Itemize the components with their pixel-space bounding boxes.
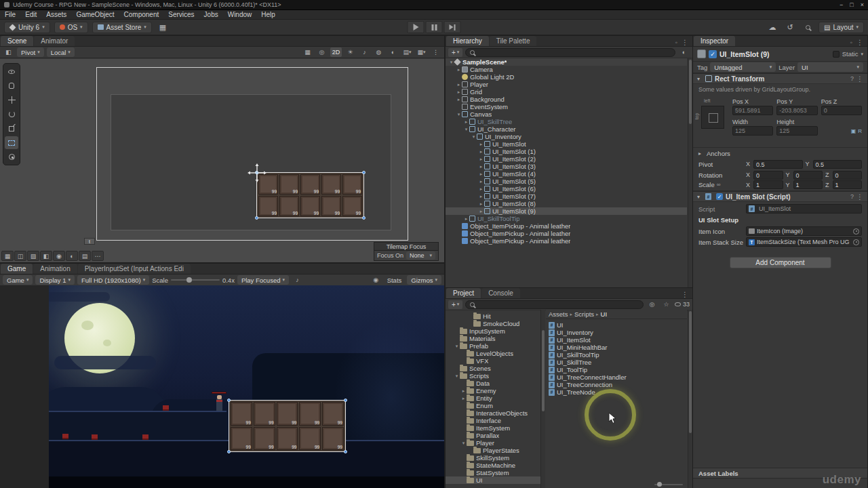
zoom-slider[interactable] [654,484,683,485]
inventory-slot[interactable]: 99 [300,174,320,195]
expander-icon[interactable]: ▾ [460,441,467,446]
kebab-menu-icon[interactable]: ⋮ [856,193,863,201]
tab-inspector[interactable]: Inspector [694,36,735,46]
tile-move-icon[interactable]: ◫ [14,251,26,261]
selection-handle[interactable] [362,216,366,220]
snap-icon[interactable]: ◎ [316,47,328,57]
foldout-icon[interactable]: ▾ [697,76,703,82]
hierarchy-item[interactable]: ▸UI_SkillToolTip [446,215,687,222]
tile-eraser-icon[interactable]: ◐ [66,251,78,261]
hierarchy-item[interactable]: Object_ItemPickup - Animal leather [446,230,687,237]
project-folder[interactable]: InputSystem [446,327,540,335]
menu-help[interactable]: Help [256,11,280,18]
tile-more-icon[interactable]: ⋯ [92,251,104,261]
rotation-z-field[interactable]: 0 [833,171,862,180]
expander-icon[interactable]: ▸ [456,97,462,102]
tab-hierarchy[interactable]: Hierarchy [446,36,489,46]
files-scrollbar[interactable] [688,310,692,488]
project-folder[interactable]: LevelObjects [446,350,540,357]
search-icon[interactable] [801,22,814,33]
hierarchy-item[interactable]: EventSystem [446,103,687,110]
scale-y-field[interactable]: 1 [793,180,823,189]
inventory-slot[interactable]: 99 [231,427,252,451]
hierarchy-item[interactable]: ▾Canvas [446,110,687,118]
audio-icon[interactable]: ♪ [359,47,370,57]
link-scale-icon[interactable]: ∞ [717,182,721,188]
script-object-field[interactable]: # UI_ItemSlot [746,204,862,214]
focus-on-dropdown[interactable]: None▾ [406,251,435,260]
hierarchy-item[interactable]: Global Light 2D [446,73,687,81]
expander-icon[interactable]: ▸ [478,164,484,169]
rect-transform-header[interactable]: ▾ Rect Transform ? ⋮ [693,73,867,84]
inventory-slot[interactable]: 99 [277,402,298,426]
undo-history-icon[interactable]: ↺ [783,22,797,33]
hierarchy-item[interactable]: ▸UI_ItemSlot [446,140,687,148]
expander-icon[interactable]: ▸ [460,388,467,394]
minimize-button[interactable]: − [840,1,843,8]
expander-icon[interactable]: ▸ [478,209,484,214]
project-folder[interactable]: ▾Player [446,439,540,447]
menu-edit[interactable]: Edit [20,11,41,18]
script-component-header[interactable]: ▾ # ✓ UI_Item Slot (Script) ? ⋮ [693,191,867,202]
expander-icon[interactable]: ▾ [454,373,460,379]
add-component-button[interactable]: Add Component [730,257,831,268]
inventory-slot[interactable]: 99 [254,402,275,426]
expander-icon[interactable]: ▸ [463,119,469,125]
pos-y-field[interactable]: -203.8053 [776,106,817,115]
menu-services[interactable]: Services [163,11,199,18]
hierarchy-item[interactable]: ▸UI_ItemSlot (7) [446,192,687,200]
expander-icon[interactable]: ▸ [478,142,484,147]
game-viewport[interactable]: 99999999999999999999 [49,285,444,488]
display-dropdown[interactable]: Display 1▾ [35,275,75,285]
inventory-slot[interactable]: 99 [258,196,278,216]
tab-scene[interactable]: Scene [1,36,33,46]
tile-select-icon[interactable]: ▦ [1,251,14,261]
gizmos-dropdown[interactable]: Gizmos▾ [407,275,441,285]
expander-icon[interactable]: ▾ [454,344,460,349]
kebab-menu-icon[interactable]: ⋮ [682,39,688,46]
expander-icon[interactable]: ▸ [456,67,462,73]
hierarchy-item[interactable]: ▸Grid [446,88,687,96]
move-tool-button[interactable] [5,94,18,106]
component-enabled-checkbox[interactable]: ✓ [716,193,723,200]
tab-animator[interactable]: Animator [34,36,75,46]
project-file[interactable]: #UI_ToolTip [546,366,687,373]
effects-icon[interactable]: ◍ [373,47,384,57]
inventory-slot[interactable]: 99 [321,174,341,195]
expander-icon[interactable]: ▾ [471,134,477,140]
project-folder[interactable]: ▸Enemy [446,387,540,394]
project-folder[interactable]: StatSystem [446,469,540,476]
project-folder[interactable]: SkillSystem [446,454,540,462]
lighting-icon[interactable]: ☀ [344,47,356,57]
selection-handle[interactable] [227,399,231,402]
play-button[interactable] [408,21,425,33]
project-file[interactable]: #UI_TreeConnectHandler [546,373,687,381]
selection-handle[interactable] [362,171,366,174]
transform-tool-button[interactable] [5,150,18,163]
pos-x-field[interactable]: 591.5891 [732,106,773,115]
project-folder[interactable]: ItemSystem [446,424,540,432]
tab-tile-palette[interactable]: Tile Palette [490,36,537,46]
visibility-icon[interactable]: ◐ [387,47,399,57]
camera-dropdown-icon[interactable]: ▤▾ [401,47,413,57]
project-file[interactable]: #UI_SkillTree [546,359,687,366]
hierarchy-item[interactable]: ▸Camera [446,66,687,73]
grid-icon[interactable]: ▦ [156,22,170,33]
game-inventory-panel[interactable]: 99999999999999999999 [229,400,346,452]
scale-slider[interactable] [171,279,220,281]
inventory-slot[interactable]: 99 [321,196,341,216]
more-icon[interactable]: ⋮ [430,47,441,57]
help-icon[interactable]: ? [850,193,854,200]
tile-picker-icon[interactable]: ◉ [53,251,65,261]
tile-fill-icon[interactable]: ▤ [79,251,91,261]
kebab-menu-icon[interactable]: ⋮ [682,291,688,298]
selection-handle[interactable] [344,450,347,453]
stats-button[interactable]: Stats [384,277,405,284]
folders-scrollbar[interactable] [540,310,545,488]
add-object-button[interactable]: +▾ [448,48,462,57]
tab-project[interactable]: Project [446,288,481,298]
rotation-x-field[interactable]: 0 [753,171,783,180]
help-icon[interactable]: ? [850,75,854,82]
maximize-button[interactable]: □ [850,1,853,8]
project-search-input[interactable] [465,300,644,309]
